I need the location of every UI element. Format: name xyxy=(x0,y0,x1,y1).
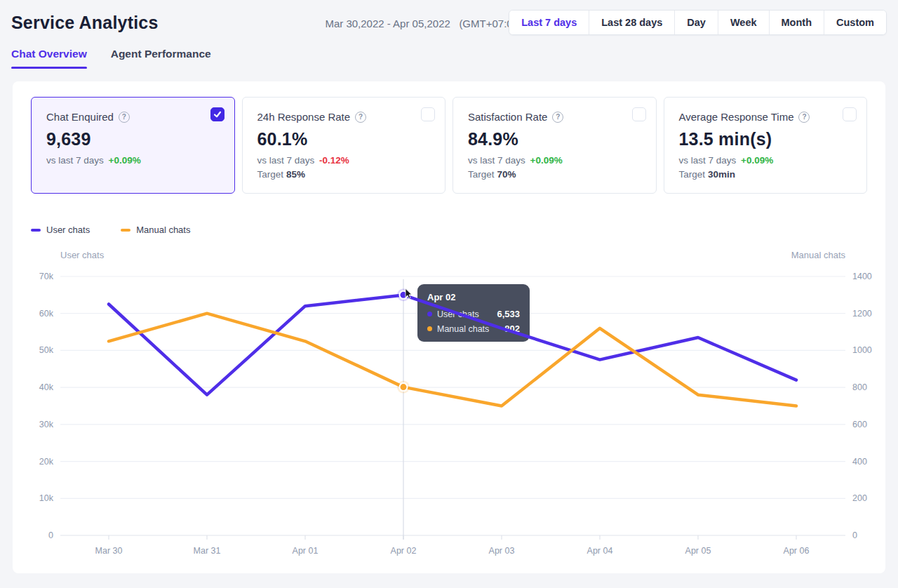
card-title: 24h Response Rate xyxy=(257,111,351,123)
right-axis-tick-label: 1400 xyxy=(852,272,872,281)
left-axis-tick-label: 20k xyxy=(31,457,53,467)
legend-item-manual-chats[interactable]: Manual chats xyxy=(121,225,190,235)
tooltip-row: Manual chats802 xyxy=(427,323,520,334)
tooltip-series-dot-icon xyxy=(427,326,432,331)
tab-bar: Chat Overview Agent Performance xyxy=(11,48,211,69)
range-button-custom[interactable]: Custom xyxy=(824,11,886,34)
range-button-last-7-days[interactable]: Last 7 days xyxy=(509,11,589,34)
left-axis-tick-label: 50k xyxy=(31,345,53,355)
help-icon[interactable]: ? xyxy=(355,112,366,123)
legend-label: Manual chats xyxy=(136,225,190,235)
page-title: Service Analytics xyxy=(11,13,159,33)
metric-cards-row: Chat Enquired ? 9,639 vs last 7 days +0.… xyxy=(31,97,867,194)
target-label: Target xyxy=(257,169,284,180)
card-checkbox[interactable] xyxy=(843,107,857,121)
card-value: 9,639 xyxy=(46,129,220,149)
target-label: Target xyxy=(679,169,706,180)
card-title: Chat Enquired xyxy=(46,111,114,123)
right-axis-tick-label: 0 xyxy=(852,530,857,540)
x-axis-tick-label: Apr 05 xyxy=(670,546,726,556)
compare-label: vs last 7 days xyxy=(46,155,104,166)
compare-label: vs last 7 days xyxy=(468,155,525,166)
card-chat-enquired[interactable]: Chat Enquired ? 9,639 vs last 7 days +0.… xyxy=(31,97,235,194)
chart-legend: User chatsManual chats xyxy=(31,225,867,235)
header: Service Analytics Mar 30,2022 - Apr 05,2… xyxy=(0,0,898,46)
left-axis-tick-label: 70k xyxy=(31,272,53,281)
x-axis-tick-label: Mar 31 xyxy=(179,546,235,556)
help-icon[interactable]: ? xyxy=(798,112,810,123)
card-title: Average Response Time xyxy=(679,111,794,123)
left-axis-tick-label: 40k xyxy=(31,382,53,392)
chart-tooltip: Apr 02 User chats6,533Manual chats802 xyxy=(417,284,530,342)
help-icon[interactable]: ? xyxy=(119,112,130,123)
delta-value: -0.12% xyxy=(319,155,349,166)
delta-value: +0.09% xyxy=(530,155,563,166)
tab-agent-performance[interactable]: Agent Performance xyxy=(111,48,211,69)
tooltip-series-value: 6,533 xyxy=(497,309,520,319)
legend-swatch-icon xyxy=(31,229,41,232)
right-axis-tick-label: 400 xyxy=(852,457,867,467)
tooltip-series-label: User chats xyxy=(437,309,479,319)
left-axis-tick-label: 30k xyxy=(31,420,53,429)
delta-value: +0.09% xyxy=(109,155,141,166)
left-axis-tick-label: 10k xyxy=(31,493,53,503)
compare-label: vs last 7 days xyxy=(257,155,315,166)
delta-value: +0.09% xyxy=(741,155,773,166)
range-button-last-28-days[interactable]: Last 28 days xyxy=(589,11,675,34)
legend-item-user-chats[interactable]: User chats xyxy=(31,225,90,235)
legend-label: User chats xyxy=(46,225,90,235)
date-range-label: Mar 30,2022 - Apr 05,2022 (GMT+07:00) xyxy=(325,18,522,29)
right-axis-tick-label: 200 xyxy=(852,493,867,503)
x-axis-tick-label: Apr 01 xyxy=(277,546,333,556)
tooltip-title: Apr 02 xyxy=(427,292,520,302)
checkmark-icon xyxy=(213,110,222,119)
card-value: 84.9% xyxy=(468,129,641,149)
tooltip-series-value: 802 xyxy=(504,323,520,334)
right-axis-tick-label: 600 xyxy=(852,420,867,429)
right-axis-tick-label: 1200 xyxy=(852,309,872,319)
card-average-response-time[interactable]: Average Response Time ? 13.5 min(s) vs l… xyxy=(664,97,868,194)
card-value: 13.5 min(s) xyxy=(679,129,852,149)
x-axis-tick-label: Apr 03 xyxy=(474,546,530,556)
card-checkbox[interactable] xyxy=(421,107,435,121)
legend-swatch-icon xyxy=(121,229,130,232)
card-checkbox-checked[interactable] xyxy=(210,107,224,121)
tooltip-row: User chats6,533 xyxy=(427,309,520,319)
compare-label: vs last 7 days xyxy=(679,155,737,166)
target-value: 30min xyxy=(708,169,735,180)
help-icon[interactable]: ? xyxy=(552,112,563,123)
line-chart-area[interactable]: User chats Manual chats Apr 02 User chat… xyxy=(31,247,867,563)
main-panel: Chat Enquired ? 9,639 vs last 7 days +0.… xyxy=(13,81,885,573)
target-label: Target xyxy=(468,169,495,180)
date-range-text: Mar 30,2022 - Apr 05,2022 xyxy=(325,18,450,29)
card-value: 60.1% xyxy=(257,129,431,149)
date-range-button-group: Last 7 daysLast 28 daysDayWeekMonthCusto… xyxy=(509,10,887,35)
x-axis-tick-label: Apr 04 xyxy=(572,546,628,556)
range-button-day[interactable]: Day xyxy=(675,11,718,34)
left-axis-tick-label: 0 xyxy=(31,530,53,540)
x-axis-tick-label: Apr 06 xyxy=(768,546,824,556)
x-axis-tick-label: Mar 30 xyxy=(81,546,137,556)
right-axis-tick-label: 800 xyxy=(852,382,867,392)
card-satisfaction-rate[interactable]: Satisfaction Rate ? 84.9% vs last 7 days… xyxy=(453,97,657,194)
tooltip-series-dot-icon xyxy=(427,312,432,316)
tab-chat-overview[interactable]: Chat Overview xyxy=(11,48,87,69)
tooltip-series-label: Manual chats xyxy=(437,324,489,334)
target-value: 85% xyxy=(286,169,305,180)
target-value: 70% xyxy=(497,169,516,180)
card-title: Satisfaction Rate xyxy=(468,111,547,123)
right-axis-tick-label: 1000 xyxy=(852,345,872,355)
card-checkbox[interactable] xyxy=(632,107,646,121)
card-24h-response-rate[interactable]: 24h Response Rate ? 60.1% vs last 7 days… xyxy=(242,97,446,194)
left-axis-tick-label: 60k xyxy=(31,309,53,319)
x-axis-tick-label: Apr 02 xyxy=(375,546,431,556)
range-button-month[interactable]: Month xyxy=(770,11,824,34)
range-button-week[interactable]: Week xyxy=(718,11,770,34)
